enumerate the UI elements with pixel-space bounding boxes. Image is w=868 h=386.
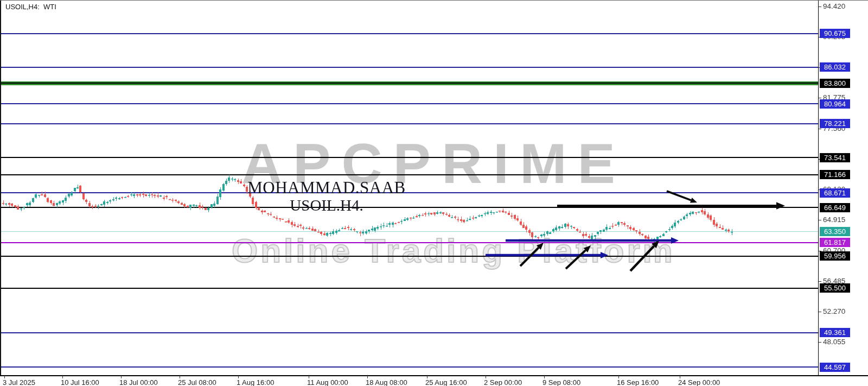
symbol-timeframe-label: USOIL,H4: WTI bbox=[5, 3, 56, 11]
price-axis[interactable]: 94.42090.20585.99081.77577.56073.34569.1… bbox=[818, 1, 868, 375]
price-level-badge: 86.032 bbox=[820, 62, 850, 72]
time-tick-label: 1 Aug 16:00 bbox=[237, 378, 274, 386]
trading-platform-window: APCPRIME Online Trading Platform MOHAMMA… bbox=[0, 0, 868, 386]
price-tick-mark bbox=[819, 7, 821, 7]
time-tick-label: 11 Aug 00:00 bbox=[307, 378, 348, 386]
price-tick-label: 52.270 bbox=[823, 307, 845, 315]
time-tick-label: 9 Sep 08:00 bbox=[542, 378, 580, 386]
chart-annotation-text: MOHAMMAD.SAAB USOIL.H4. bbox=[234, 179, 419, 213]
annotation-symbol-text: USOIL.H4. bbox=[234, 197, 419, 213]
time-tick-label: 25 Jul 08:00 bbox=[178, 378, 216, 386]
time-tick-label: 24 Sep 00:00 bbox=[678, 378, 720, 386]
time-axis[interactable]: 3 Jul 202510 Jul 16:0018 Jul 00:0025 Jul… bbox=[0, 375, 868, 386]
price-level-badge: 73.541 bbox=[820, 153, 850, 162]
price-level-badge: 55.500 bbox=[820, 283, 850, 293]
price-level-badge: 90.675 bbox=[820, 29, 850, 38]
price-level-badge: 83.800 bbox=[820, 79, 850, 88]
price-tick-label: 64.915 bbox=[823, 216, 845, 224]
price-level-badge: 66.649 bbox=[820, 203, 850, 212]
time-tick-label: 18 Jul 00:00 bbox=[119, 378, 158, 386]
time-tick-label: 25 Aug 16:00 bbox=[425, 378, 467, 386]
time-tick-label: 16 Sep 16:00 bbox=[617, 378, 659, 386]
price-tick-label: 94.420 bbox=[823, 2, 845, 10]
price-level-badge: 44.597 bbox=[820, 363, 850, 372]
price-tick-mark bbox=[819, 281, 821, 282]
price-tick-mark bbox=[819, 312, 821, 312]
price-level-badge: 49.361 bbox=[820, 328, 850, 337]
price-tick-mark bbox=[819, 342, 821, 343]
price-level-badge: 80.964 bbox=[820, 99, 850, 109]
time-tick-label: 3 Jul 2025 bbox=[3, 378, 35, 386]
price-tick-label: 48.055 bbox=[823, 338, 845, 346]
time-tick-label: 2 Sep 00:00 bbox=[484, 378, 522, 386]
current-price-badge: 63.350 bbox=[820, 227, 850, 236]
price-level-badge: 59.956 bbox=[820, 251, 850, 261]
price-level-badge: 78.221 bbox=[820, 119, 850, 128]
price-tick-mark bbox=[819, 98, 821, 98]
price-level-badge: 71.166 bbox=[820, 170, 850, 179]
annotation-author-text: MOHAMMAD.SAAB bbox=[234, 179, 419, 197]
chart-plot-area[interactable]: APCPRIME Online Trading Platform MOHAMMA… bbox=[0, 1, 818, 375]
time-tick-label: 10 Jul 16:00 bbox=[61, 378, 99, 386]
price-tick-mark bbox=[819, 129, 821, 129]
price-level-badge: 61.817 bbox=[820, 238, 850, 247]
time-tick-label: 18 Aug 08:00 bbox=[366, 378, 407, 386]
price-level-badge: 68.671 bbox=[820, 188, 850, 198]
price-tick-mark bbox=[819, 220, 821, 220]
